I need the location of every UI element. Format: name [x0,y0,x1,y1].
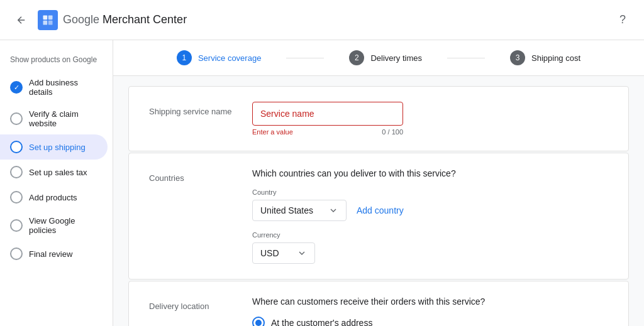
currency-field-label: Currency [252,231,456,239]
main-content: 1 Service coverage 2 Delivery times 3 Sh… [113,40,644,326]
progress-bar: 1 Service coverage 2 Delivery times 3 Sh… [113,40,644,76]
countries-content: Which countries can you deliver to with … [252,168,456,264]
delivery-content: Where can customers receive their orders… [252,296,485,326]
step-icon-verify-claim [10,112,23,125]
sidebar-item-add-business[interactable]: ✓ Add business details [0,72,108,103]
service-name-label: Shipping service name [149,102,237,116]
delivery-radio-option[interactable]: At the customer's address [252,317,485,326]
radio-label: At the customer's address [271,318,372,326]
app-logo [38,10,58,30]
service-name-row: Shipping service name Enter a value 0 / … [149,102,608,136]
step-num-1: 1 [177,50,192,65]
sidebar-item-label-add-business: Add business details [29,78,97,97]
country-select[interactable]: United States [252,200,347,221]
input-error: Enter a value [252,128,293,136]
countries-question: Which countries can you deliver to with … [252,168,456,178]
step-label-1: Service coverage [198,53,261,63]
sidebar-item-label-final-review: Final review [29,249,72,259]
step-label-2: Delivery times [370,53,422,63]
step-num-3: 3 [510,50,525,65]
progress-step-2: 2 Delivery times [349,50,422,65]
step-icon-view-policies [10,219,23,232]
app-layout: Show products on Google ✓ Add business d… [0,0,644,326]
sidebar-item-set-up-shipping[interactable]: Set up shipping [0,134,108,160]
form-area: Shipping service name Enter a value 0 / … [113,76,644,326]
sidebar-heading: Show products on Google [0,50,113,72]
sidebar-item-label-sales-tax: Set up sales tax [29,168,87,177]
step-divider-2 [447,58,485,58]
step-icon-sales-tax [10,166,23,178]
sidebar-item-view-policies[interactable]: View Google policies [0,210,108,241]
country-field-label: Country [252,188,456,196]
radio-dot [252,317,265,326]
sidebar-item-label-view-policies: View Google policies [29,216,97,235]
header-left: Google Merchant Center [10,9,187,31]
step-divider-1 [286,58,324,58]
delivery-label: Delivery location [149,296,237,311]
currency-section: Currency USD [252,231,456,264]
back-button[interactable] [10,9,33,31]
country-select-value: United States [260,205,313,215]
sidebar-item-final-review[interactable]: Final review [0,241,108,266]
countries-label: Countries [149,168,237,183]
sidebar-item-label-verify-claim: Verify & claim website [29,109,97,128]
sidebar: Show products on Google ✓ Add business d… [0,40,113,326]
app-header: Google Merchant Center ? [0,0,644,40]
svg-rect-1 [48,15,53,19]
svg-rect-3 [48,20,53,24]
currency-select-value: USD [260,248,279,258]
service-name-input[interactable] [252,102,403,126]
input-hint: Enter a value 0 / 100 [252,128,403,136]
countries-row: Countries Which countries can you delive… [149,168,608,264]
input-counter: 0 / 100 [382,128,403,136]
header-title: Google Merchant Center [63,13,187,26]
step-num-2: 2 [349,50,364,65]
svg-rect-0 [43,15,48,19]
step-icon-add-products [10,191,23,204]
add-country-button[interactable]: Add country [354,200,406,220]
sidebar-item-sales-tax[interactable]: Set up sales tax [0,160,108,185]
step-icon-final-review [10,247,23,260]
delivery-question: Where can customers receive their orders… [252,296,485,307]
sidebar-item-verify-claim[interactable]: Verify & claim website [0,103,108,134]
shipping-service-name-card: Shipping service name Enter a value 0 / … [128,86,629,151]
step-label-3: Shipping cost [531,53,580,63]
sidebar-item-label-add-products: Add products [29,193,77,202]
svg-rect-2 [43,20,48,24]
delivery-row: Delivery location Where can customers re… [149,296,608,326]
sidebar-item-add-products[interactable]: Add products [0,185,108,210]
help-button[interactable]: ? [611,9,634,31]
step-icon-add-business: ✓ [10,81,23,94]
service-name-input-group: Enter a value 0 / 100 [252,102,403,136]
progress-step-3: 3 Shipping cost [510,50,580,65]
country-row: United States Add country [252,200,456,221]
radio-dot-inner [255,320,262,326]
progress-step-1: 1 Service coverage [177,50,261,65]
currency-select[interactable]: USD [252,242,315,264]
countries-card: Countries Which countries can you delive… [128,153,629,280]
delivery-location-card: Delivery location Where can customers re… [128,281,629,326]
sidebar-item-label-set-up-shipping: Set up shipping [29,143,86,152]
step-icon-set-up-shipping [10,141,23,153]
